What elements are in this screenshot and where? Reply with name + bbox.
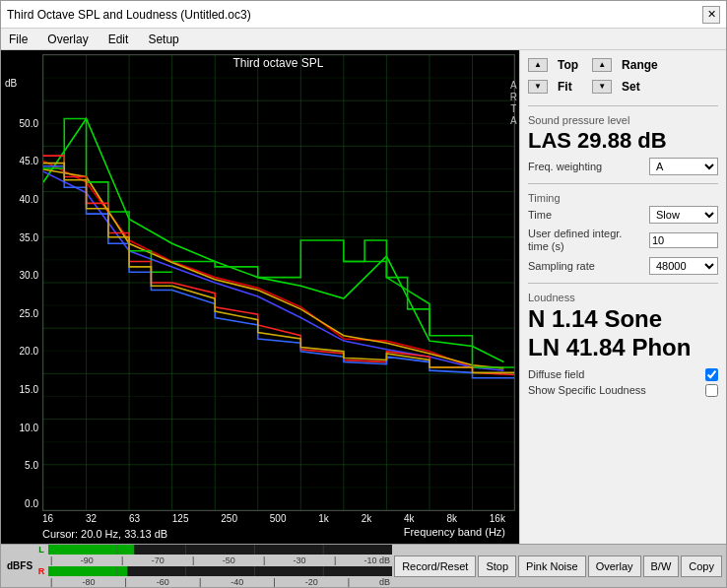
- y-axis: dB 50.0 45.0 40.0 35.0 30.0 25.0 20.0 15…: [5, 54, 42, 511]
- loudness-n-value: N 1.14 Sone: [528, 305, 718, 334]
- main-window: Third Octave SPL and Loudness (Untitled.…: [0, 0, 727, 588]
- arta-label: ARTA: [510, 80, 517, 127]
- y-label-20: 20.0: [5, 346, 42, 357]
- r-mark-80: |: [50, 577, 52, 587]
- divider-1: [528, 105, 718, 106]
- chart-title: Third octave SPL: [232, 56, 323, 70]
- l-mark-text-50: -50: [223, 555, 235, 565]
- menu-edit[interactable]: Edit: [104, 33, 133, 46]
- svg-rect-41: [48, 566, 127, 576]
- time-row: Time Slow Fast Impulse Leq: [528, 206, 718, 224]
- x-label-125: 125: [172, 513, 189, 524]
- top-controls-row: ▲ Top ▼ Fit ▲ Range ▼ Set: [528, 56, 718, 96]
- freq-band-label: Frequency band (Hz): [167, 526, 505, 540]
- set-label: Set: [616, 78, 646, 96]
- x-label-32: 32: [86, 513, 97, 524]
- show-specific-label: Show Specific Loudness: [528, 384, 646, 396]
- y-label-45: 45.0: [5, 156, 42, 166]
- close-button[interactable]: ✕: [702, 6, 720, 24]
- level-r-indicator: R: [36, 566, 46, 576]
- db-unit-label: dB: [5, 78, 42, 91]
- y-label-30: 30.0: [5, 270, 42, 281]
- x-labels: 16 32 63 125 250 500 1k 2k 4k 8k 16k: [42, 511, 505, 526]
- r-mark-40: |: [199, 577, 201, 587]
- level-l-bar: [48, 545, 392, 555]
- menu-overlay[interactable]: Overlay: [43, 33, 92, 46]
- level-l-svg: [48, 545, 392, 555]
- freq-weighting-label: Freq. weighting: [528, 161, 602, 172]
- y-label-40: 40.0: [5, 194, 42, 205]
- pink-noise-button[interactable]: Pink Noise: [518, 555, 586, 577]
- r-mark-text-80: -80: [82, 577, 95, 587]
- l-mark-90: |: [50, 555, 52, 565]
- divider-3: [528, 283, 718, 284]
- bw-button[interactable]: B/W: [643, 555, 680, 577]
- side-panel: ▲ Top ▼ Fit ▲ Range ▼ Set: [519, 50, 726, 544]
- cursor-info: Cursor: 20.0 Hz, 33.13 dB: [42, 526, 167, 540]
- user-integr-label: User defined integr. time (s): [528, 228, 636, 253]
- x-label-16: 16: [42, 513, 53, 524]
- y-label-5: 5.0: [5, 460, 42, 471]
- diffuse-field-checkbox[interactable]: [705, 368, 718, 381]
- r-mark-60: |: [125, 577, 127, 587]
- title-bar: Third Octave SPL and Loudness (Untitled.…: [1, 1, 726, 29]
- cursor-row: Cursor: 20.0 Hz, 33.13 dB Frequency band…: [5, 526, 515, 540]
- bottom-buttons: Record/Reset Stop Pink Noise Overlay B/W…: [394, 555, 722, 577]
- x-label-8k: 8k: [446, 513, 457, 524]
- level-l-row: L: [36, 545, 392, 555]
- r-mark-db: |: [348, 577, 350, 587]
- x-label-63: 63: [129, 513, 140, 524]
- menu-file[interactable]: File: [5, 33, 32, 46]
- x-label-500: 500: [270, 513, 287, 524]
- top-label: Top: [552, 56, 584, 74]
- r-mark-text-40: -40: [231, 577, 243, 587]
- show-specific-checkbox[interactable]: [705, 384, 718, 397]
- x-label-250: 250: [221, 513, 237, 524]
- level-section: L | -90 | -70: [36, 545, 392, 587]
- sampling-rate-select[interactable]: 48000 44100 96000: [649, 257, 718, 275]
- loudness-ln-value: LN 41.84 Phon: [528, 334, 718, 362]
- copy-button[interactable]: Copy: [681, 555, 722, 577]
- level-r-bar: [48, 566, 392, 576]
- record-reset-button[interactable]: Record/Reset: [394, 555, 476, 577]
- y-label-10: 10.0: [5, 423, 42, 433]
- l-mark-text-10: -10 dB: [364, 555, 391, 565]
- level-r-svg: [48, 566, 392, 576]
- user-integr-input[interactable]: [649, 232, 718, 248]
- user-integr-row: User defined integr. time (s): [528, 228, 718, 253]
- sampling-rate-row: Sampling rate 48000 44100 96000: [528, 257, 718, 275]
- r-mark-text-db: dB: [379, 577, 390, 587]
- loudness-section-label: Loudness: [528, 292, 718, 303]
- range-label: Range: [616, 56, 664, 74]
- r-mark-20: |: [273, 577, 275, 587]
- set-button[interactable]: ▼: [592, 80, 612, 94]
- x-label-16k: 16k: [490, 513, 505, 524]
- chart-wrapper: dB 50.0 45.0 40.0 35.0 30.0 25.0 20.0 15…: [5, 54, 515, 511]
- range-up-button[interactable]: ▲: [592, 58, 612, 72]
- loudness-options: Diffuse field Show Specific Loudness: [528, 368, 718, 400]
- y-label-25: 25.0: [5, 308, 42, 319]
- chart-grid: [42, 54, 515, 511]
- top-up-button[interactable]: ▲: [528, 58, 548, 72]
- dbfs-label: dBFS: [5, 560, 34, 571]
- menu-bar: File Overlay Edit Setup: [1, 29, 726, 50]
- sampling-rate-label: Sampling rate: [528, 260, 595, 272]
- y-label-15: 15.0: [5, 384, 42, 395]
- divider-2: [528, 183, 718, 184]
- overlay-button[interactable]: Overlay: [588, 555, 641, 577]
- freq-weighting-select[interactable]: A B C Z: [649, 158, 718, 175]
- window-title: Third Octave SPL and Loudness (Untitled.…: [7, 8, 251, 22]
- top-down-button[interactable]: ▼: [528, 80, 548, 94]
- x-label-1k: 1k: [318, 513, 329, 524]
- time-label: Time: [528, 209, 552, 221]
- time-select[interactable]: Slow Fast Impulse Leq: [649, 206, 718, 224]
- l-mark-text-90: -90: [81, 555, 94, 565]
- stop-button[interactable]: Stop: [478, 555, 516, 577]
- diffuse-field-label: Diffuse field: [528, 368, 584, 380]
- svg-rect-35: [48, 545, 134, 555]
- freq-weighting-row: Freq. weighting A B C Z: [528, 158, 718, 175]
- menu-setup[interactable]: Setup: [144, 33, 182, 46]
- show-specific-row: Show Specific Loudness: [528, 384, 718, 397]
- timing-section-label: Timing: [528, 192, 718, 204]
- x-label-4k: 4k: [404, 513, 415, 524]
